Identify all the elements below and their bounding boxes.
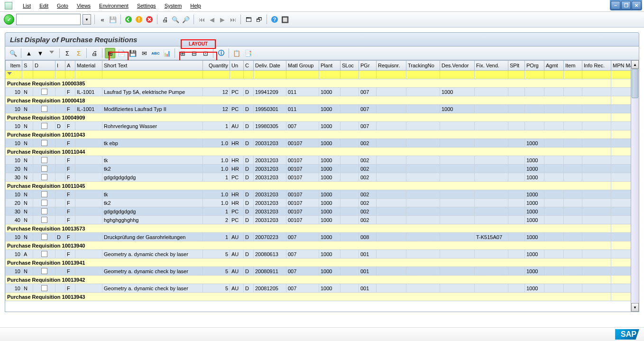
table-row[interactable]: 10AFGeometry a. dynamic check by laser5A…: [6, 250, 631, 258]
checkbox[interactable]: [41, 157, 47, 163]
col-material[interactable]: Material: [75, 61, 102, 71]
group-row[interactable]: Purchase Requisition 10000418▪1: [6, 96, 631, 105]
menu-system[interactable]: System: [165, 3, 182, 9]
excel-export-icon[interactable]: ⊞: [105, 48, 115, 58]
menu-goto[interactable]: Goto: [57, 3, 68, 9]
filter-icon[interactable]: [7, 72, 12, 77]
select-layout-icon[interactable]: ⊟: [189, 48, 199, 58]
app-icon[interactable]: [5, 2, 12, 9]
menu-environment[interactable]: Environment: [99, 3, 129, 9]
col-d[interactable]: D: [33, 61, 55, 71]
print-icon[interactable]: 🖨: [161, 15, 169, 24]
col-fixv[interactable]: Fix. Vend.: [475, 61, 508, 71]
menu-views[interactable]: Views: [77, 3, 91, 9]
col-sloc[interactable]: SLoc: [340, 61, 359, 71]
table-row[interactable]: 10NDFDruckprüfung der Gasrohrleitungen1A…: [6, 233, 631, 241]
col-s[interactable]: S: [22, 61, 33, 71]
table-row[interactable]: 30NFgdgdgdgdgdg1PCD200312030010710000021…: [6, 207, 631, 216]
checkbox[interactable]: [41, 234, 47, 240]
assign-icon[interactable]: 📋: [231, 48, 242, 58]
menu-help[interactable]: Help: [190, 3, 201, 9]
menu-list[interactable]: List: [23, 3, 31, 9]
col-c[interactable]: C: [244, 61, 254, 71]
menu-settings[interactable]: Settings: [137, 3, 156, 9]
checkbox[interactable]: [41, 268, 47, 274]
minimize-button[interactable]: –: [611, 1, 620, 9]
col-splt[interactable]: SPlt: [508, 61, 525, 71]
table-row[interactable]: 10NFIL-1001Laufrad Typ 5A, elektrische P…: [6, 88, 631, 96]
group-row[interactable]: Purchase Requisition 10013940▪1: [6, 241, 631, 250]
checkbox[interactable]: [41, 140, 47, 146]
checkbox[interactable]: [41, 89, 47, 95]
col-short[interactable]: Short Text: [102, 61, 203, 71]
release-icon[interactable]: 📑: [243, 48, 253, 58]
checkbox[interactable]: [41, 106, 47, 112]
scroll-up-icon[interactable]: ▲: [631, 60, 639, 69]
col-a[interactable]: A: [65, 61, 75, 71]
graphic-icon[interactable]: 📊: [162, 48, 172, 58]
checkbox[interactable]: [41, 217, 47, 223]
scroll-thumb[interactable]: [632, 69, 638, 98]
filter-row[interactable]: ▪▪788: [6, 71, 631, 79]
local-file-icon[interactable]: 💾: [128, 48, 138, 58]
sort-asc-icon[interactable]: ▲: [24, 48, 34, 58]
checkbox[interactable]: [41, 285, 47, 291]
filter-set-icon[interactable]: [46, 48, 57, 58]
subtotal-icon[interactable]: Σ: [74, 48, 84, 58]
col-desv[interactable]: Des.Vendor: [440, 61, 475, 71]
word-export-icon[interactable]: 📄: [116, 48, 127, 58]
col-info[interactable]: Info Rec.: [582, 61, 611, 71]
table-row[interactable]: 20NFtk21.0HRD2003120300107100000210001: [6, 165, 631, 173]
checkbox[interactable]: [41, 166, 47, 172]
total-icon[interactable]: Σ: [62, 48, 73, 58]
sort-desc-icon[interactable]: ▼: [35, 48, 46, 58]
vertical-scrollbar[interactable]: ▲ ▼: [631, 60, 639, 312]
cancel-icon[interactable]: [145, 15, 154, 24]
group-row[interactable]: Purchase Requisition 10013573▪1: [6, 224, 631, 233]
col-qty[interactable]: Quantity: [203, 61, 230, 71]
table-row[interactable]: 40NFhghghgghghhg2PCD20031203001071000002…: [6, 216, 631, 224]
back-green-icon[interactable]: [124, 15, 133, 24]
group-row[interactable]: Purchase Requisition 10011044▪3: [6, 147, 631, 156]
col-agmt[interactable]: Agmt: [544, 61, 564, 71]
table-row[interactable]: 10NFtk1.0HRD2003120300107100000210001: [6, 190, 631, 199]
table-row[interactable]: 10NFtk1.0HRD2003120300107100000210001: [6, 156, 631, 165]
abc-icon[interactable]: ABC: [150, 48, 161, 58]
group-row[interactable]: Purchase Requisition 10011045▪4: [6, 182, 631, 190]
checkbox[interactable]: [41, 200, 47, 206]
group-row[interactable]: Purchase Requisition 10013943▪1: [6, 293, 631, 301]
save-layout-icon[interactable]: ⊡: [200, 48, 211, 58]
maximize-button[interactable]: ❐: [621, 1, 631, 9]
table-row[interactable]: 20NFtk21.0HRD2003120300107100000210001: [6, 199, 631, 207]
table-row[interactable]: 10NDFRohrverlegung Wasser1AUD19980305007…: [6, 122, 631, 130]
col-un[interactable]: Un: [230, 61, 244, 71]
col-item[interactable]: Item: [6, 61, 22, 71]
group-row[interactable]: Purchase Requisition 10000385▪1: [6, 79, 631, 88]
scroll-track[interactable]: [631, 69, 639, 303]
shortcut-icon[interactable]: 🗗: [255, 15, 263, 24]
details-icon[interactable]: 🔍: [8, 48, 18, 58]
checkbox[interactable]: [41, 251, 47, 257]
print-preview-icon[interactable]: 🖨: [89, 48, 100, 58]
table-row[interactable]: 10NFIL-1001Modifiziertes Laufrad Typ II1…: [6, 105, 631, 113]
help-icon[interactable]: ?: [270, 15, 279, 24]
find-next-icon[interactable]: 🔎: [182, 15, 190, 24]
enter-button[interactable]: ✓: [4, 14, 14, 25]
find-icon[interactable]: 🔍: [171, 15, 180, 24]
layout-customize-icon[interactable]: 🔲: [281, 15, 289, 24]
group-row[interactable]: Purchase Requisition 10011043▪1: [6, 130, 631, 139]
checkbox[interactable]: [41, 123, 47, 129]
info-icon[interactable]: ⓘ: [216, 48, 226, 58]
close-button[interactable]: ✕: [632, 1, 641, 9]
table-row[interactable]: 10NFGeometry a. dynamic check by laser5A…: [6, 284, 631, 293]
table-row[interactable]: 10NFGeometry a. dynamic check by laser5A…: [6, 267, 631, 276]
group-row[interactable]: Purchase Requisition 10004909▪1: [6, 113, 631, 122]
col-i[interactable]: I: [55, 61, 65, 71]
command-field[interactable]: [16, 14, 81, 25]
checkbox[interactable]: [41, 191, 47, 197]
col-pgr[interactable]: PGr: [359, 61, 377, 71]
back-icon[interactable]: «: [98, 15, 107, 24]
col-mpn[interactable]: MPN Mat.: [611, 61, 631, 71]
requisition-table[interactable]: ItemSDIAMaterialShort TextQuantityUnCDel…: [5, 60, 631, 301]
group-row[interactable]: Purchase Requisition 10013941▪1: [6, 258, 631, 267]
